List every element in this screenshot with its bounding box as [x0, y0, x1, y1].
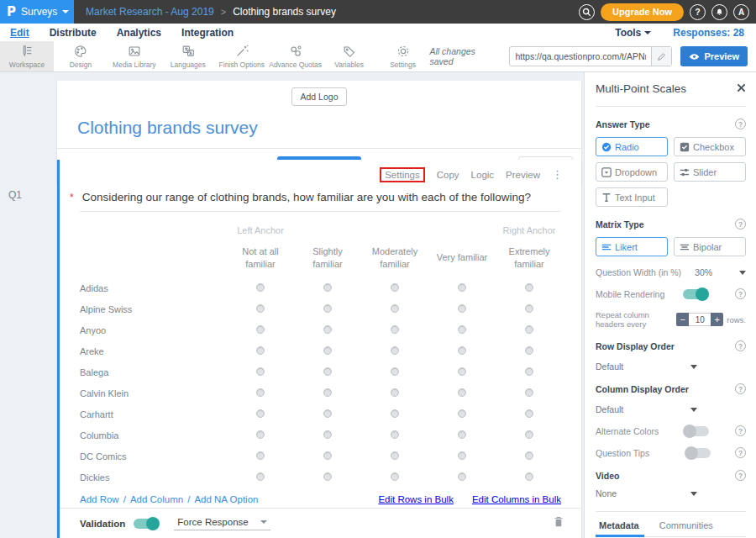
question-tips-toggle[interactable] [685, 448, 711, 458]
matrix-radio-button[interactable] [391, 388, 399, 397]
right-anchor-placeholder[interactable]: Right Anchor [496, 225, 563, 235]
matrix-radio-button[interactable] [323, 304, 332, 313]
video-select[interactable]: None [596, 488, 746, 498]
question-preview-button[interactable]: Preview [506, 170, 540, 180]
tab-edit[interactable]: Edit [10, 27, 29, 39]
edit-url-pencil-icon[interactable] [651, 47, 671, 66]
matrix-radio-button[interactable] [391, 304, 399, 313]
tab-metadata[interactable]: Metadata [599, 520, 639, 530]
answer-type-slider[interactable]: Slider [674, 162, 746, 182]
help-icon[interactable]: ? [735, 425, 746, 436]
add-na-option-link[interactable]: Add NA Option [194, 494, 258, 504]
matrix-column-header[interactable]: Extremely familiar [496, 245, 563, 271]
edit-rows-in-bulk-link[interactable]: Edit Rows in Bulk [378, 494, 453, 504]
matrix-radio-button[interactable] [458, 367, 466, 376]
help-icon[interactable]: ? [735, 470, 746, 481]
help-icon[interactable]: ? [735, 340, 746, 351]
matrix-radio-button[interactable] [391, 451, 399, 460]
matrix-radio-button[interactable] [256, 472, 265, 481]
responses-count[interactable]: Responses: 28 [673, 27, 744, 39]
add-column-link[interactable]: Add Column [130, 494, 183, 504]
matrix-radio-button[interactable] [458, 304, 466, 313]
answer-type-text-input[interactable]: Text Input [596, 187, 668, 207]
close-icon[interactable] [737, 81, 746, 96]
question-logic-button[interactable]: Logic [471, 170, 495, 180]
tools-menu[interactable]: Tools [615, 27, 651, 39]
matrix-row-label[interactable]: Alpine Swiss [80, 303, 227, 314]
edit-columns-in-bulk-link[interactable]: Edit Columns in Bulk [472, 494, 561, 504]
matrix-radio-button[interactable] [525, 451, 533, 460]
help-icon[interactable]: ? [735, 447, 746, 458]
matrix-radio-button[interactable] [256, 304, 265, 313]
toolbar-item-finish-options[interactable]: Finish Options [215, 41, 269, 71]
mobile-rendering-toggle[interactable] [683, 289, 708, 299]
matrix-radio-button[interactable] [525, 346, 533, 355]
answer-type-checkbox[interactable]: Checkbox [674, 137, 746, 156]
left-anchor-placeholder[interactable]: Left Anchor [227, 225, 294, 235]
stepper-plus-button[interactable]: + [711, 313, 723, 326]
matrix-column-header[interactable]: Slightly familiar [294, 245, 361, 271]
matrix-radio-button[interactable] [525, 388, 533, 397]
add-row-link[interactable]: Add Row [80, 494, 119, 504]
matrix-radio-button[interactable] [525, 472, 533, 481]
matrix-radio-button[interactable] [391, 367, 399, 376]
chevron-down-icon[interactable] [739, 271, 746, 275]
matrix-radio-button[interactable] [256, 430, 265, 439]
help-icon[interactable]: ? [735, 383, 746, 394]
matrix-radio-button[interactable] [256, 283, 265, 292]
matrix-radio-button[interactable] [458, 409, 466, 418]
notifications-bell-icon[interactable] [711, 4, 727, 20]
add-logo-button[interactable]: Add Logo [291, 87, 348, 106]
matrix-radio-button[interactable] [323, 430, 332, 439]
matrix-row-label[interactable]: Dickies [80, 471, 227, 483]
tab-analytics[interactable]: Analytics [117, 27, 161, 39]
matrix-radio-button[interactable] [525, 304, 533, 313]
question-text[interactable]: Considering our range of clothing brands… [82, 191, 531, 203]
matrix-column-header[interactable]: Moderately familiar [361, 245, 428, 271]
search-icon[interactable] [579, 4, 595, 20]
column-display-order-select[interactable]: Default [596, 404, 746, 414]
matrix-row-label[interactable]: Areke [80, 345, 227, 356]
matrix-radio-button[interactable] [458, 472, 466, 481]
matrix-radio-button[interactable] [458, 430, 466, 439]
matrix-radio-button[interactable] [323, 451, 332, 460]
matrix-radio-button[interactable] [391, 346, 399, 355]
matrix-column-header[interactable]: Not at all familiar [227, 245, 294, 271]
matrix-row-label[interactable]: Adidas [80, 282, 227, 293]
matrix-row-label[interactable]: Calvin Klein [80, 387, 227, 398]
matrix-radio-button[interactable] [256, 367, 265, 376]
matrix-row-label[interactable]: Columbia [80, 429, 227, 440]
question-settings-button[interactable]: Settings [380, 167, 425, 182]
matrix-radio-button[interactable] [323, 409, 332, 418]
matrix-radio-button[interactable] [323, 472, 332, 481]
matrix-radio-button[interactable] [391, 409, 399, 418]
matrix-radio-button[interactable] [458, 388, 466, 397]
matrix-row-label[interactable]: Balega [80, 366, 227, 377]
matrix-radio-button[interactable] [391, 472, 399, 481]
matrix-type-likert[interactable]: Likert [596, 237, 668, 256]
matrix-radio-button[interactable] [256, 346, 265, 355]
matrix-row-label[interactable]: Anyoo [80, 324, 227, 335]
matrix-row-label[interactable]: DC Comics [80, 450, 227, 462]
stepper-value[interactable]: 10 [689, 313, 711, 326]
tab-communities[interactable]: Communities [659, 520, 713, 530]
stepper-minus-button[interactable]: − [676, 313, 689, 326]
matrix-radio-button[interactable] [458, 325, 466, 334]
matrix-radio-button[interactable] [323, 346, 332, 355]
matrix-radio-button[interactable] [256, 388, 265, 397]
matrix-radio-button[interactable] [256, 451, 265, 460]
toolbar-item-languages[interactable]: Languages [161, 41, 215, 71]
matrix-radio-button[interactable] [391, 430, 399, 439]
matrix-column-header[interactable]: Very familiar [428, 251, 496, 264]
survey-title[interactable]: Clothing brands survey [57, 106, 581, 148]
matrix-radio-button[interactable] [458, 346, 466, 355]
survey-url-input[interactable] [510, 51, 651, 61]
alternate-colors-toggle[interactable] [684, 426, 709, 436]
question-width-value[interactable]: 30% [695, 267, 712, 277]
matrix-row-label[interactable]: Carhartt [80, 408, 227, 419]
matrix-radio-button[interactable] [323, 367, 332, 376]
toolbar-item-advance-quotas[interactable]: Advance Quotas [269, 41, 323, 71]
matrix-radio-button[interactable] [458, 283, 466, 292]
toolbar-item-variables[interactable]: Variables [323, 41, 376, 71]
matrix-radio-button[interactable] [391, 325, 399, 334]
